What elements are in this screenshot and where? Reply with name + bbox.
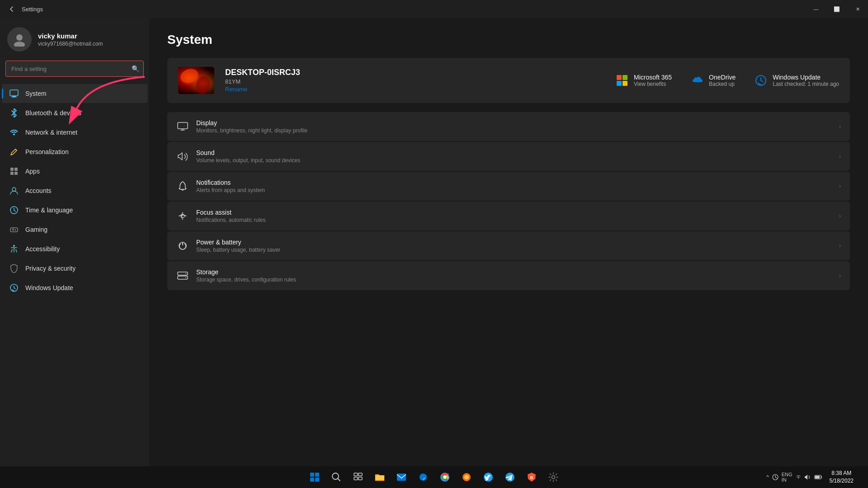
svg-rect-7	[14, 168, 18, 171]
sidebar-item-accessibility[interactable]: Accessibility	[2, 239, 147, 258]
system-icon	[9, 89, 19, 99]
sound-chevron: ›	[839, 153, 841, 160]
storage-text: Storage Storage space, drives, configura…	[196, 268, 832, 283]
sidebar-item-personalization[interactable]: Personalization	[2, 142, 147, 161]
clock-tray-icon	[772, 474, 779, 481]
sidebar-item-accounts[interactable]: Accounts	[2, 181, 147, 200]
maximize-button[interactable]: ⬜	[826, 0, 847, 18]
file-explorer-button[interactable]	[370, 467, 390, 487]
taskbar-clock[interactable]: 8:38 AM 5/18/2022	[830, 469, 854, 485]
sidebar-item-label-bluetooth: Bluetooth & devices	[25, 109, 81, 117]
display-title: Display	[196, 119, 832, 127]
sidebar-item-label-apps: Apps	[25, 168, 40, 175]
ms365-info: Microsoft 365 View benefits	[634, 74, 672, 87]
minimize-button[interactable]: —	[806, 0, 826, 18]
sidebar-item-privacy[interactable]: Privacy & security	[2, 259, 147, 278]
tray-chevron[interactable]: ^	[766, 474, 769, 480]
power-chevron: ›	[839, 243, 841, 249]
onedrive-title: OneDrive	[709, 74, 736, 81]
clock-time: 8:38 AM	[830, 469, 854, 477]
settings-item-notifications[interactable]: Notifications Alerts from apps and syste…	[167, 172, 850, 201]
search-box: 🔍	[5, 61, 144, 77]
svg-rect-30	[310, 473, 314, 477]
sound-text: Sound Volume levels, output, input, soun…	[196, 149, 832, 164]
svg-rect-33	[315, 478, 319, 482]
windows-update-icon	[9, 283, 19, 293]
settings-item-display[interactable]: Display Monitors, brightness, night ligh…	[167, 112, 850, 141]
ms365-link[interactable]: Microsoft 365 View benefits	[615, 73, 672, 88]
settings-item-focus[interactable]: Focus assist Notifications, automatic ru…	[167, 202, 850, 230]
onedrive-link[interactable]: OneDrive Backed up	[690, 73, 736, 88]
svg-point-23	[181, 214, 184, 218]
time-icon	[9, 205, 19, 215]
taskbar-right: ^ ENGIN 8:38 AM 5/18/2022	[766, 469, 861, 485]
lang-display: ENGIN	[782, 472, 793, 483]
battery-icon	[814, 474, 822, 480]
sidebar-item-network[interactable]: Network & internet	[2, 123, 147, 142]
focus-chevron: ›	[839, 213, 841, 219]
back-button[interactable]	[5, 3, 18, 15]
sidebar-item-time[interactable]: Time & language	[2, 201, 147, 220]
accessibility-icon	[9, 244, 19, 254]
sidebar-item-windows-update[interactable]: Windows Update	[2, 278, 147, 297]
svg-point-14	[15, 230, 16, 231]
storage-sub: Storage space, drives, configuration rul…	[196, 277, 832, 283]
search-input[interactable]	[5, 61, 144, 77]
svg-rect-6	[10, 168, 14, 171]
focus-sub: Notifications, automatic rules	[196, 217, 832, 223]
telegram-button[interactable]	[500, 467, 520, 487]
display-text: Display Monitors, brightness, night ligh…	[196, 119, 832, 134]
settings-item-storage[interactable]: Storage Storage space, drives, configura…	[167, 261, 850, 290]
sidebar-item-bluetooth[interactable]: Bluetooth & devices	[2, 103, 147, 122]
winupdate-link[interactable]: Windows Update Last checked: 1 minute ag…	[754, 73, 839, 88]
power-icon	[176, 239, 189, 252]
taskbar-search-button[interactable]	[326, 467, 346, 487]
twitter-button[interactable]	[478, 467, 498, 487]
taskbar-settings-button[interactable]	[543, 467, 563, 487]
svg-point-5	[13, 134, 15, 136]
title-bar: Settings — ⬜ ✕	[0, 0, 868, 18]
settings-item-sound[interactable]: Sound Volume levels, output, input, soun…	[167, 142, 850, 171]
focus-icon	[176, 210, 189, 222]
svg-rect-37	[354, 477, 358, 480]
notifications-title: Notifications	[196, 179, 832, 186]
sidebar-item-label-accounts: Accounts	[25, 187, 52, 194]
task-view-button[interactable]	[348, 467, 368, 487]
firefox-button[interactable]	[457, 467, 476, 487]
settings-item-power[interactable]: Power & battery Sleep, battery usage, ba…	[167, 231, 850, 260]
power-title: Power & battery	[196, 239, 832, 246]
display-icon	[176, 120, 189, 133]
device-rename-link[interactable]: Rename	[225, 86, 247, 93]
svg-rect-39	[397, 474, 406, 481]
sidebar-nav: System Bluetooth & devices	[0, 84, 149, 297]
svg-rect-35	[354, 473, 358, 476]
sidebar-item-gaming[interactable]: Gaming	[2, 220, 147, 239]
winupdate-icon	[754, 73, 768, 88]
brave-button[interactable]: B	[522, 467, 542, 487]
chrome-button[interactable]	[435, 467, 455, 487]
sidebar-item-label-time: Time & language	[25, 206, 73, 214]
start-button[interactable]	[305, 467, 325, 487]
svg-point-42	[443, 476, 447, 479]
close-button[interactable]: ✕	[847, 0, 868, 18]
onedrive-sub: Backed up	[709, 81, 736, 87]
svg-point-15	[13, 245, 15, 247]
device-card: DESKTOP-0ISRCJ3 81YM Rename	[167, 58, 850, 103]
sidebar-item-system[interactable]: System	[2, 84, 147, 103]
device-links: Microsoft 365 View benefits OneDrive Bac…	[615, 73, 839, 88]
bluetooth-icon	[9, 108, 19, 118]
user-section: vicky kumar vicky971686@hotmail.com	[0, 18, 149, 59]
user-name: vicky kumar	[38, 32, 103, 40]
edge-button[interactable]	[413, 467, 433, 487]
notifications-text: Notifications Alerts from apps and syste…	[196, 179, 832, 193]
mail-button[interactable]	[392, 467, 411, 487]
app-container: vicky kumar vicky971686@hotmail.com 🔍	[0, 18, 868, 466]
sidebar-item-label-privacy: Privacy & security	[25, 265, 75, 272]
sidebar-item-apps[interactable]: Apps	[2, 162, 147, 181]
svg-point-27	[185, 273, 186, 274]
main-content: System	[149, 18, 868, 466]
system-tray: ^ ENGIN	[766, 472, 822, 483]
device-model: 81YM	[225, 78, 300, 85]
svg-rect-4	[11, 97, 17, 98]
device-thumbnail	[178, 67, 214, 94]
